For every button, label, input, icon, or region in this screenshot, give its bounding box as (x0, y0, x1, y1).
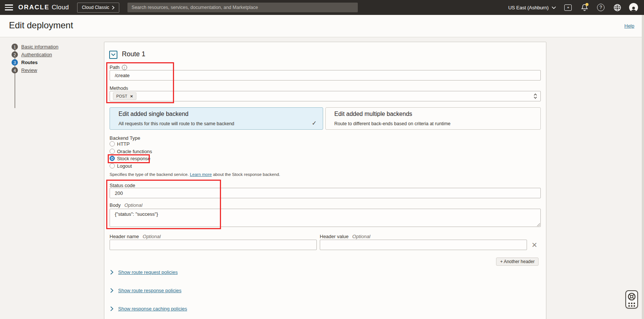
card-title: Edit added single backend (119, 111, 189, 117)
radio-icon[interactable] (110, 141, 115, 146)
person-icon (630, 6, 637, 12)
path-label: Path i (110, 64, 127, 70)
language-globe-icon[interactable] (613, 3, 622, 12)
chip-remove-icon[interactable]: ✕ (130, 94, 133, 98)
oracle-cloud-logo[interactable]: ORACLECloud (18, 4, 69, 11)
status-code-input[interactable] (110, 188, 541, 198)
wizard-step-basic-information[interactable]: 1 Basic information (12, 44, 59, 50)
drag-dots-icon (628, 303, 635, 307)
radio-icon[interactable] (110, 163, 115, 168)
cloud-classic-button[interactable]: Cloud Classic (77, 3, 119, 13)
page-title: Edit deployment (9, 20, 73, 31)
card-subtitle: All requests for this route will route t… (119, 121, 234, 126)
route-response-policies-expander[interactable]: Show route response policies (110, 287, 181, 293)
multiple-backends-card[interactable]: Edit added multiple backends Route to di… (325, 107, 541, 130)
path-input[interactable] (110, 70, 541, 80)
notifications-bell-icon[interactable] (580, 3, 589, 12)
page-header: Edit deployment Help (0, 15, 644, 37)
single-backend-card[interactable]: Edit added single backend All requests f… (110, 107, 323, 130)
policy-link-label[interactable]: Show route request policies (118, 269, 178, 275)
chevron-right-icon (110, 270, 113, 275)
wizard-step-label[interactable]: Review (21, 67, 37, 73)
policy-link-label[interactable]: Show response caching policies (118, 306, 187, 312)
methods-label: Methods (110, 85, 128, 91)
radio-icon[interactable] (110, 149, 115, 154)
screen: ORACLECloud Cloud Classic US East (Ashbu… (0, 0, 644, 319)
chevron-down-icon (111, 53, 116, 56)
header-value-label: Header valueOptional (320, 234, 370, 239)
info-icon[interactable]: i (122, 65, 127, 70)
chevron-right-icon (110, 288, 113, 293)
search-input[interactable] (127, 3, 358, 12)
learn-more-link[interactable]: Learn more (190, 172, 212, 177)
cloud-shell-icon[interactable]: ‹› (564, 3, 572, 12)
card-title: Edit added multiple backends (334, 111, 412, 117)
header-value-input[interactable] (320, 240, 527, 250)
methods-input[interactable]: POST ✕ (110, 91, 541, 101)
backend-type-label: Backend Type (110, 135, 140, 141)
backend-type-helper: Specifies the type of the backend servic… (110, 172, 280, 177)
response-caching-policies-expander[interactable]: Show response caching policies (110, 306, 187, 312)
scrollbar-track[interactable] (642, 15, 644, 319)
route-panel: Route 1 Path i Methods POST ✕ Edit added… (104, 42, 546, 319)
help-link[interactable]: Help (624, 23, 634, 29)
radio-stock-response[interactable]: Stock response (110, 155, 151, 162)
wizard-step-authentication[interactable]: 2 Authentication (12, 51, 59, 58)
brand-oracle: ORACLE (18, 4, 50, 11)
radio-http[interactable]: HTTP (110, 140, 130, 147)
wizard-step-label[interactable]: Basic information (21, 44, 59, 50)
chevron-right-icon (110, 306, 113, 311)
topbar: ORACLECloud Cloud Classic US East (Ashbu… (0, 0, 644, 15)
remove-header-icon[interactable]: ✕ (530, 240, 539, 250)
wizard-steps: 1 Basic information 2 Authentication 3 R… (12, 44, 59, 75)
brand-cloud: Cloud (52, 4, 69, 11)
another-header-button[interactable]: + Another header (496, 258, 539, 266)
optional-tag: Optional (124, 202, 142, 208)
region-selector[interactable]: US East (Ashburn) (508, 5, 556, 10)
policy-link-label[interactable]: Show route response policies (118, 288, 181, 293)
wizard-step-label[interactable]: Authentication (21, 52, 52, 57)
chevron-right-icon (112, 6, 114, 10)
route-title: Route 1 (122, 50, 145, 58)
radio-logout[interactable]: Logout (110, 162, 132, 169)
header-name-label: Header nameOptional (110, 234, 161, 239)
radio-selected-icon[interactable] (110, 156, 115, 161)
header-name-input[interactable] (110, 240, 317, 250)
wizard-step-routes[interactable]: 3 Routes (12, 59, 59, 66)
help-icon[interactable]: ? (596, 3, 605, 12)
check-icon: ✓ (312, 120, 317, 127)
optional-tag: Optional (352, 234, 370, 239)
body-textarea[interactable]: {"status": "success"} (110, 209, 541, 227)
optional-tag: Optional (143, 234, 161, 239)
user-avatar[interactable] (629, 3, 638, 12)
card-subtitle: Route to different back-ends based on cr… (334, 121, 451, 126)
status-code-label: Status code (110, 183, 135, 188)
notification-badge (585, 3, 588, 6)
chevron-down-icon (552, 6, 556, 9)
wizard-step-label: Routes (21, 60, 38, 65)
select-stepper-icon[interactable] (533, 93, 537, 99)
radio-oracle-functions[interactable]: Oracle functions (110, 148, 152, 155)
method-chip-post: POST ✕ (113, 92, 136, 100)
route-collapse-toggle[interactable] (109, 51, 117, 59)
wizard-step-review[interactable]: 4 Review (12, 67, 59, 73)
hamburger-menu-icon[interactable] (5, 4, 13, 10)
body-label: BodyOptional (110, 202, 142, 208)
support-widget-button[interactable] (625, 290, 638, 309)
lifebuoy-icon (627, 292, 636, 301)
route-request-policies-expander[interactable]: Show route request policies (110, 269, 178, 275)
